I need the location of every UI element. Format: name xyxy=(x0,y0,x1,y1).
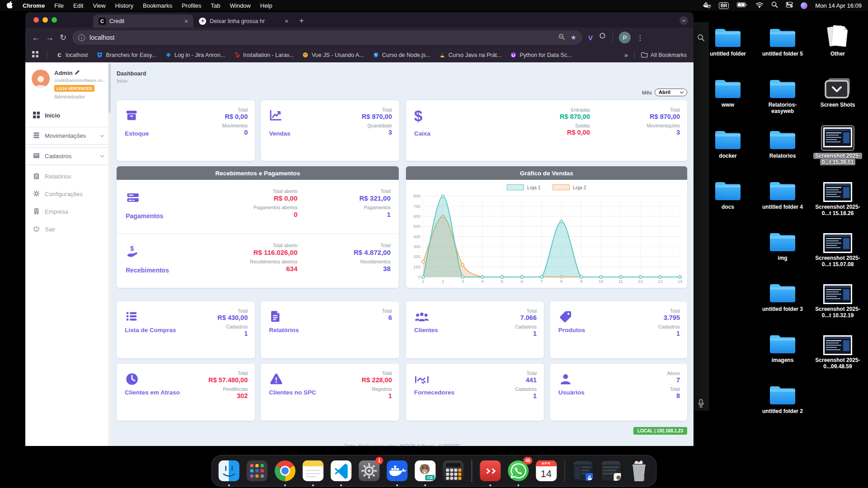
sidebar-item-sair[interactable]: Sair xyxy=(25,221,111,238)
desktop-icon-other[interactable]: Other xyxy=(813,23,862,57)
menubar-app-name[interactable]: Chrome xyxy=(23,2,45,9)
new-tab-button[interactable]: + xyxy=(299,16,304,25)
sidebar-scrollbar[interactable] xyxy=(108,62,111,446)
bookmark-branches-for-easy[interactable]: Branches for Easy... xyxy=(96,52,156,58)
bookmark-python-for-data-sc[interactable]: Python for Data Sc... xyxy=(510,52,571,58)
card-usua-rios[interactable]: UsuáriosAtivos7Total8 xyxy=(550,364,687,421)
control-center-icon[interactable] xyxy=(786,1,793,9)
reload-icon[interactable]: ↻ xyxy=(60,33,66,42)
bookmark-curso-java-na-pra-t[interactable]: Curso Java na Prát... xyxy=(439,52,501,58)
browser-menu-icon[interactable]: ⋮ xyxy=(637,33,644,42)
tab-search-button[interactable] xyxy=(679,16,688,25)
menubar-item-tab[interactable]: Tab xyxy=(211,2,220,9)
payments-row-title[interactable]: Pagamentos xyxy=(126,212,163,220)
address-bar[interactable]: i localhost ★ xyxy=(72,30,582,45)
payments-row-title[interactable]: Recebimentos xyxy=(126,267,169,274)
desktop-icon-untitled-folder-4[interactable]: untitled folder 4 xyxy=(758,177,807,210)
bookmark-localhost[interactable]: Clocalhost xyxy=(56,52,88,58)
tab-close-icon[interactable]: × xyxy=(184,18,188,25)
dock-item-docker[interactable] xyxy=(386,459,409,483)
desktop-icon-relatorios[interactable]: Relatorios xyxy=(758,126,807,159)
card-fornecedores[interactable]: FornecedoresTotal441Cadastros1 xyxy=(406,364,544,421)
bookmark-installation-larav[interactable]: Installation - Larav... xyxy=(234,52,294,58)
card-clientes-no-spc[interactable]: Clientes no SPCTotalR$ 228,00Registros1 xyxy=(261,364,399,421)
spotlight-icon[interactable] xyxy=(771,1,778,9)
menubar-item-history[interactable]: History xyxy=(115,2,133,9)
desktop-icon-screen-shots[interactable]: Screen Shots xyxy=(813,75,862,108)
menubar-item-window[interactable]: Window xyxy=(230,2,250,9)
dock-item-whatsapp[interactable]: 46 xyxy=(506,459,530,483)
desktop-icon-untitled-folder-5[interactable]: untitled folder 5 xyxy=(758,23,807,57)
sidebar-item-empresa[interactable]: Empresa xyxy=(25,203,111,221)
tab-credit[interactable]: CCredit× xyxy=(93,14,193,28)
desktop-icon-docker[interactable]: docker xyxy=(703,126,752,159)
desktop-icon-untitled-folder-2[interactable]: untitled folder 2 xyxy=(758,381,807,414)
dock-item-trash[interactable] xyxy=(627,459,651,483)
window-controls[interactable] xyxy=(33,17,57,23)
desktop-icon-imagens[interactable]: imagens xyxy=(758,330,807,363)
desktop-icon-screenshot-2025-0-09-48-59[interactable]: Screenshot 2025-0...09.48.59 xyxy=(813,330,862,370)
tab-close-icon[interactable]: × xyxy=(285,18,288,25)
dock-item-dbeaver[interactable]: CE xyxy=(414,459,437,483)
dock-item-minimized-window-dbeaver[interactable] xyxy=(599,459,623,483)
dock-item-notes[interactable] xyxy=(302,459,325,483)
all-bookmarks-button[interactable]: All Bookmarks xyxy=(641,52,687,58)
sidebar-item-movimentac-o-es[interactable]: Movimentações xyxy=(25,127,111,145)
forward-icon[interactable]: → xyxy=(46,33,54,42)
bookmark-star-icon[interactable]: ★ xyxy=(571,33,576,42)
menubar-item-file[interactable]: File xyxy=(54,2,64,9)
menubar-item-view[interactable]: View xyxy=(93,2,105,9)
extensions-puzzle-icon[interactable] xyxy=(599,33,607,42)
dock-item-chrome[interactable] xyxy=(274,459,297,483)
desktop-icon-untitled-folder-3[interactable]: untitled folder 3 xyxy=(758,279,807,312)
tab-deixar-linha-grossa-hr[interactable]: ✳Deixar linha grossa hr× xyxy=(193,14,294,28)
keyboard-layout-badge[interactable]: BR xyxy=(719,2,729,9)
bookmarks-overflow-icon[interactable]: » xyxy=(624,51,628,59)
minimize-window-button[interactable] xyxy=(42,17,48,23)
sidebar-item-ini-cio[interactable]: Início xyxy=(25,107,111,124)
dock-item-calculator[interactable] xyxy=(442,459,465,483)
back-icon[interactable]: ← xyxy=(32,33,40,42)
desktop-icon-screenshot-2025-0-t-15-07-08[interactable]: Screenshot 2025-0...t 15.07.08 xyxy=(813,228,862,267)
dock-item-red-chevrons-app[interactable] xyxy=(478,459,502,483)
edit-pencil-icon[interactable] xyxy=(75,70,80,76)
battery-icon[interactable] xyxy=(736,2,748,9)
microphone-icon[interactable] xyxy=(698,399,704,410)
zoom-window-button[interactable] xyxy=(52,17,57,23)
desktop-icon-relatorios-easyweb[interactable]: Relatorios-easyweb xyxy=(758,75,807,114)
bookmark-curso-de-node-js[interactable]: Curso de Node.js... xyxy=(373,52,430,58)
close-window-button[interactable] xyxy=(33,17,39,23)
card-lista-de-compras[interactable]: Lista de ComprasTotalR$ 430,00Cadastros1 xyxy=(117,301,255,358)
sidebar-item-relato-rios[interactable]: Relatórios xyxy=(25,168,111,185)
menubar-item-edit[interactable]: Edit xyxy=(73,2,83,9)
month-select[interactable]: Abril xyxy=(655,89,687,96)
desktop-icon-docs[interactable]: docs xyxy=(703,177,752,210)
desktop-icon-img[interactable]: img xyxy=(758,228,807,261)
dock-item-settings[interactable]: 1 xyxy=(358,459,381,483)
profile-avatar[interactable]: P xyxy=(619,32,631,43)
desktop-icon-untitled-folder[interactable]: untitled folder xyxy=(703,23,752,57)
user-avatar[interactable] xyxy=(32,70,50,88)
desktop-icon-screenshot-2025-0-t-10-32-19[interactable]: Screenshot 2025-0...t 10.32.19 xyxy=(813,279,862,319)
dock-item-launchpad[interactable] xyxy=(245,459,269,483)
card-estoque[interactable]: EstoqueTotalR$ 0,00Movimentos0 xyxy=(117,100,255,161)
card-produtos[interactable]: ProdutosTotal3.795Cadastros1 xyxy=(550,301,687,358)
docker-whale-status-icon[interactable] xyxy=(702,1,711,10)
dock-item-vscode[interactable] xyxy=(330,459,353,483)
siri-icon[interactable] xyxy=(801,2,807,9)
sidebar-item-cadastros[interactable]: Cadastros xyxy=(25,147,111,165)
card-clientes[interactable]: ClientesTotal7.066Cadastros1 xyxy=(406,301,544,358)
apple-logo-icon[interactable] xyxy=(6,1,13,10)
bookmark-log-in-jira-anron[interactable]: Log in - Jira Anron... xyxy=(165,52,225,58)
dock-item-minimized-window-docker[interactable] xyxy=(571,459,595,483)
site-info-icon[interactable]: i xyxy=(78,34,85,41)
card-caixa[interactable]: $CaixaTotalR$ 870,00Movimentações3Entrad… xyxy=(406,100,687,161)
desktop-icon-www[interactable]: www xyxy=(703,75,752,108)
apps-grid-icon[interactable] xyxy=(32,51,38,59)
sidebar-item-configurac-o-es[interactable]: Configurações xyxy=(25,185,111,203)
wifi-icon[interactable] xyxy=(755,2,764,9)
menubar-item-help[interactable]: Help xyxy=(260,2,273,9)
card-vendas[interactable]: VendasTotalR$ 870,00Quantidade3 xyxy=(261,100,399,161)
bookmark-vue-js-usando-a[interactable]: Vue JS - Usando A... xyxy=(302,52,364,58)
vue-devtools-icon[interactable]: V xyxy=(588,34,593,42)
